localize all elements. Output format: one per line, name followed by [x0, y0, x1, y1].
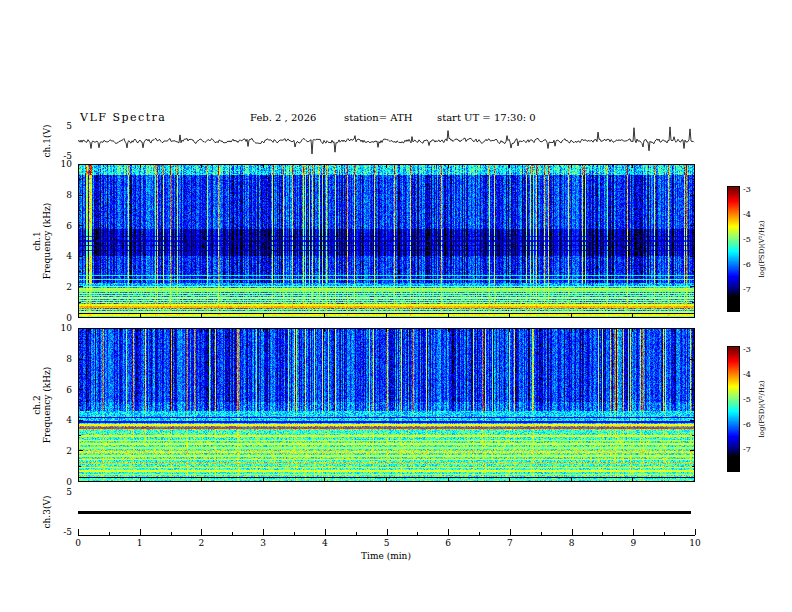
x-axis-tick: [201, 529, 202, 535]
x-tick-label: 9: [630, 538, 636, 548]
freq-tick-label: 4: [56, 251, 72, 261]
x-axis-tick: [325, 529, 326, 535]
ch3-volt-tick-label: 5: [56, 487, 72, 497]
freq-tick-label: 0: [56, 313, 72, 323]
ch1-waveform-canvas: [78, 126, 695, 156]
figure-title: VLF Spectra: [80, 111, 166, 124]
ch2-freq-axis-text: Frequency (kHz): [42, 367, 52, 444]
freq-tick-label: 10: [56, 323, 72, 333]
x-tick-label: 7: [507, 538, 513, 548]
freq-tick-label: 6: [56, 385, 72, 395]
x-axis-tick: [479, 532, 480, 535]
freq-tick-label: 6: [56, 221, 72, 231]
x-axis-tick: [232, 532, 233, 535]
colorbar-tick-label: -6: [743, 260, 751, 269]
ch1-freq-axis-text: Frequency (kHz): [42, 203, 52, 280]
x-axis-tick: [448, 529, 449, 535]
colorbar-tick-label: -4: [743, 370, 751, 379]
x-axis-tick: [572, 529, 573, 535]
x-axis-tick: [387, 529, 388, 535]
colorbar2-label: log(PSD)(V²/Hz): [757, 381, 767, 438]
freq-tick-label: 0: [56, 477, 72, 487]
ch3-flatline-trace: [78, 511, 691, 514]
station-label: station= ATH: [344, 112, 412, 123]
colorbar-tick-label: -3: [743, 185, 751, 194]
ch1-volt-tick-label: 5: [56, 121, 72, 131]
colorbar1-canvas: [727, 186, 740, 312]
x-tick-label: 5: [384, 538, 390, 548]
x-tick-label: 3: [260, 538, 266, 548]
x-axis-tick: [140, 529, 141, 535]
x-tick-label: 6: [445, 538, 451, 548]
ch3-volt-axis-label: ch.3(V): [42, 496, 52, 529]
time-axis-line: [78, 535, 695, 536]
x-axis-tick: [417, 532, 418, 535]
colorbar-tick-label: -5: [743, 235, 751, 244]
x-tick-label: 1: [137, 538, 143, 548]
colorbar1-label: log(PSD)(V²/Hz): [757, 221, 767, 278]
time-axis-label: Time (min): [361, 551, 411, 561]
ch1-freq-axis-label: ch.1 Frequency (kHz): [32, 203, 52, 280]
colorbar-tick-label: -4: [743, 210, 751, 219]
colorbar-tick-label: -7: [743, 285, 751, 294]
x-axis-tick: [633, 529, 634, 535]
freq-tick-label: 8: [56, 354, 72, 364]
x-axis-tick: [263, 529, 264, 535]
x-tick-label: 0: [75, 538, 81, 548]
ch1-spectrogram-canvas: [78, 164, 695, 318]
ch1-channel-text: ch.1: [32, 203, 42, 280]
ch2-channel-text: ch.2: [32, 367, 42, 444]
x-tick-label: 2: [199, 538, 205, 548]
ch2-spectrogram-canvas: [78, 328, 695, 482]
vlf-spectra-figure: VLF Spectra Feb. 2 , 2026 station= ATH s…: [0, 0, 792, 612]
freq-tick-label: 4: [56, 415, 72, 425]
x-axis-tick: [695, 529, 696, 535]
colorbar-tick-label: -6: [743, 420, 751, 429]
colorbar-tick-label: -5: [743, 395, 751, 404]
x-axis-tick: [356, 532, 357, 535]
ch3-volt-tick-label: -5: [56, 527, 72, 537]
x-tick-label: 10: [689, 538, 700, 548]
start-ut-label: start UT = 17:30: 0: [437, 112, 536, 123]
colorbar2-canvas: [727, 346, 740, 472]
x-axis-tick: [664, 532, 665, 535]
freq-tick-label: 10: [56, 159, 72, 169]
x-tick-label: 4: [322, 538, 328, 548]
ch2-freq-axis-label: ch.2 Frequency (kHz): [32, 367, 52, 444]
colorbar-tick-label: -7: [743, 445, 751, 454]
freq-tick-label: 2: [56, 282, 72, 292]
colorbar-tick-label: -3: [743, 345, 751, 354]
x-axis-tick: [602, 532, 603, 535]
figure-date: Feb. 2 , 2026: [250, 112, 316, 123]
x-axis-tick: [171, 532, 172, 535]
x-axis-tick: [541, 532, 542, 535]
x-axis-tick: [294, 532, 295, 535]
x-axis-tick: [109, 532, 110, 535]
ch1-volt-axis-label: ch.1(V): [42, 125, 52, 158]
freq-tick-label: 8: [56, 190, 72, 200]
freq-tick-label: 2: [56, 446, 72, 456]
x-tick-label: 8: [569, 538, 575, 548]
x-axis-tick: [78, 529, 79, 535]
x-axis-tick: [510, 529, 511, 535]
